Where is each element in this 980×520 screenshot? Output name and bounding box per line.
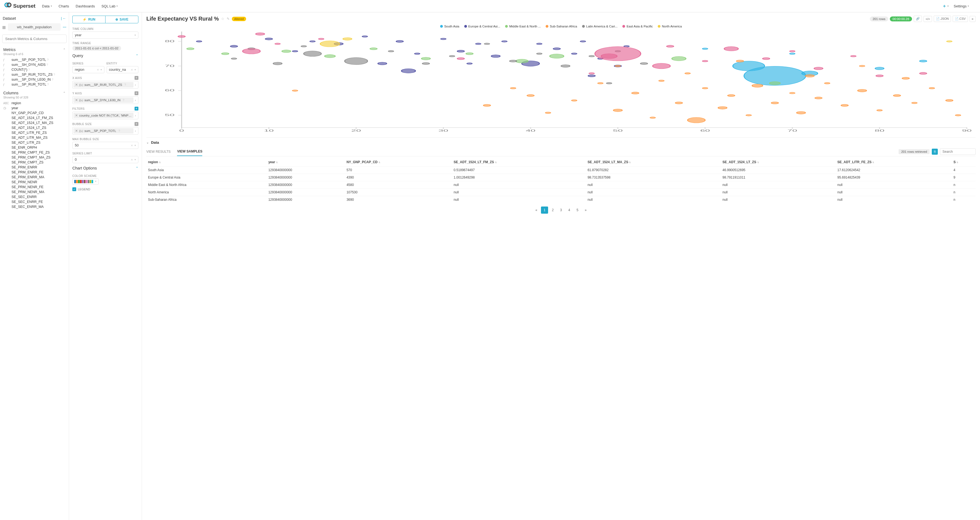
column-item[interactable]: SE_ADT_LITR_ZS	[2, 140, 67, 145]
table-column-header[interactable]: SE_ADT_LITR_FE_ZS⇅	[836, 158, 952, 166]
table-column-header[interactable]: SE_ADT_1524_LT_MA_ZS⇅	[586, 158, 721, 166]
table-row[interactable]: Europe & Central Asia129384000000043901.…	[146, 174, 975, 181]
altered-badge[interactable]: Altered	[232, 17, 247, 21]
x-axis-chip[interactable]: ✕f(x)sum__SP_RUR_TOTL_ZS?›	[72, 81, 138, 89]
column-item[interactable]: SE_SEC_ENRR_FE	[2, 199, 67, 204]
metric-item[interactable]: fsum__SP_DYN_LE00_IN?	[2, 77, 67, 82]
settings-menu[interactable]: Settings▾	[954, 4, 969, 8]
metric-item[interactable]: fsum__SP_POP_TOTL?	[2, 57, 67, 62]
tab-view-results[interactable]: VIEW RESULTS	[146, 148, 170, 156]
metrics-header[interactable]: Metrics⌃	[2, 47, 67, 53]
column-item[interactable]: SE_SEC_ENRR_MA	[2, 204, 67, 209]
page-button[interactable]: 2	[549, 207, 556, 214]
column-item[interactable]: SE_ADT_1524_LT_MA_ZS	[2, 120, 67, 125]
column-item[interactable]: ◷year	[2, 105, 67, 110]
column-item[interactable]: SE_PRM_CMPT_ZS	[2, 160, 67, 165]
column-item[interactable]: SE_PRM_CMPT_FE_ZS	[2, 150, 67, 155]
add-button[interactable]: ＋▾	[942, 3, 949, 9]
column-item[interactable]: ABCregion	[2, 100, 67, 105]
time-column-select[interactable]: year▾	[72, 32, 138, 39]
table-search-input[interactable]	[940, 148, 975, 155]
y-axis-chip[interactable]: ✕f(x)sum__SP_DYN_LE00_IN?›	[72, 96, 138, 104]
legend-item[interactable]: South Asia	[440, 25, 459, 28]
export-json-button[interactable]: 📄.JSON	[934, 16, 951, 22]
search-metrics-columns-input[interactable]	[2, 35, 67, 43]
table-column-header[interactable]: SE_ADT_1524_LT_ZS⇅	[721, 158, 835, 166]
table-column-header[interactable]: SE_ADT_1524_LT_FM_ZS⇅	[452, 158, 586, 166]
column-item[interactable]: SE_PRM_ENRR_FE	[2, 170, 67, 175]
dataset-name[interactable]: wb_health_population	[8, 23, 60, 31]
table-row[interactable]: Sub-Saharan Africa12938400000003690nulln…	[146, 196, 975, 204]
series-limit-select[interactable]: 0✕▾	[72, 156, 138, 163]
legend-checkbox[interactable]: ✓	[72, 187, 76, 191]
link-icon[interactable]: 🔗	[914, 16, 922, 22]
legend-item[interactable]: North America	[658, 25, 682, 28]
column-item[interactable]: SE_PRM_ENRR_MA	[2, 175, 67, 180]
metric-item[interactable]: fCOUNT(*)?	[2, 67, 67, 72]
tab-view-samples[interactable]: VIEW SAMPLES	[177, 147, 202, 156]
page-button[interactable]: 1	[541, 207, 548, 214]
series-select[interactable]: region✕▾	[72, 66, 104, 73]
menu-icon[interactable]: ≡	[970, 16, 975, 22]
query-section-header[interactable]: Query⌃	[72, 51, 138, 59]
entity-select[interactable]: country_na✕▾	[107, 66, 139, 73]
column-item[interactable]: NY_GNP_PCAP_CD	[2, 110, 67, 115]
collapse-left-icon[interactable]: ❘←	[60, 16, 66, 20]
columns-header[interactable]: Columns⌃	[2, 90, 67, 96]
legend-item[interactable]: Middle East & North ...	[505, 25, 541, 28]
table-column-header[interactable]: region⇅	[146, 158, 267, 166]
legend-item[interactable]: Latin America & Cari...	[582, 25, 617, 28]
legend-item[interactable]: Sub-Saharan Africa	[546, 25, 577, 28]
table-row[interactable]: Middle East & North Africa12938400000004…	[146, 181, 975, 189]
nav-item-dashboards[interactable]: Dashboards	[76, 4, 95, 8]
copy-button[interactable]: ⎘	[932, 148, 938, 155]
page-button[interactable]: 5	[574, 207, 581, 214]
run-button[interactable]: ⚡RUN	[72, 16, 105, 23]
y-axis-add-button[interactable]: +	[135, 91, 138, 95]
x-axis-add-button[interactable]: +	[135, 76, 138, 80]
color-scheme-select[interactable]: ▾	[72, 179, 99, 185]
column-item[interactable]: SE_PRM_NENR_FE	[2, 185, 67, 190]
export-csv-button[interactable]: 📄.CSV	[953, 16, 968, 22]
nav-item-data[interactable]: Data▾	[42, 4, 52, 8]
column-item[interactable]: SE_ENR_ORPH	[2, 145, 67, 150]
page-button[interactable]: 3	[557, 207, 565, 214]
table-row[interactable]: South Asia12938400000005700.518967449761…	[146, 166, 975, 174]
chart-area[interactable]: 010203040506070809050607080	[146, 30, 975, 135]
chart-options-section-header[interactable]: Chart Options⌃	[72, 163, 138, 171]
table-column-header[interactable]: NY_GNP_PCAP_CD⇅	[345, 158, 452, 166]
column-item[interactable]: SE_PRM_NENR	[2, 180, 67, 185]
save-button[interactable]: ⊕SAVE	[105, 16, 138, 23]
column-item[interactable]: SE_ADT_LITR_MA_ZS	[2, 135, 67, 140]
edit-pencil-icon[interactable]: ✎	[227, 17, 230, 21]
page-button[interactable]: »	[582, 207, 589, 214]
column-item[interactable]: SE_PRM_NENR_MA	[2, 190, 67, 195]
table-column-header[interactable]: year⇅	[267, 158, 345, 166]
brand-logo[interactable]: Superset	[5, 2, 35, 10]
dataset-more-icon[interactable]: ⋯	[63, 25, 67, 29]
column-item[interactable]: SE_SEC_ENRR	[2, 195, 67, 199]
favorite-star-icon[interactable]: ☆	[221, 17, 224, 21]
table-column-header[interactable]: S⇅	[952, 158, 975, 166]
metric-item[interactable]: fsum__SP_RUR_TOTL_ZS?	[2, 72, 67, 77]
data-header[interactable]: ⌄ Data	[146, 140, 975, 145]
column-item[interactable]: SE_ADT_1524_LT_FM_ZS	[2, 115, 67, 120]
column-item[interactable]: SE_ADT_1524_LT_ZS	[2, 125, 67, 130]
column-item[interactable]: SE_ADT_LITR_FE_ZS	[2, 130, 67, 135]
table-row[interactable]: North America1293840000000107530nullnull…	[146, 189, 975, 196]
filters-add-button[interactable]: +	[135, 107, 138, 110]
nav-item-charts[interactable]: Charts	[59, 4, 69, 8]
column-item[interactable]: SE_PRM_CMPT_MA_ZS	[2, 155, 67, 160]
column-item[interactable]: SE_PRM_ENRR	[2, 165, 67, 170]
bubble-size-chip[interactable]: ✕f(x)sum__SP_POP_TOTL?›	[72, 127, 138, 135]
nav-item-sql-lab[interactable]: SQL Lab▾	[102, 4, 118, 8]
time-range-pill[interactable]: 2011-01-01 ≤ col < 2011-01-02	[72, 46, 121, 51]
legend-item[interactable]: East Asia & Pacific	[622, 25, 653, 28]
bubble-size-add-button[interactable]: +	[135, 122, 138, 126]
max-bubble-select[interactable]: 50✕▾	[72, 142, 138, 149]
legend-item[interactable]: Europe & Central Asi...	[464, 25, 500, 28]
page-button[interactable]: «	[533, 207, 540, 214]
page-button[interactable]: 4	[566, 207, 573, 214]
metric-item[interactable]: fsum__SH_DYN_AIDS?	[2, 62, 67, 67]
metric-item[interactable]: fsum__SP_RUR_TOTL?	[2, 82, 67, 87]
